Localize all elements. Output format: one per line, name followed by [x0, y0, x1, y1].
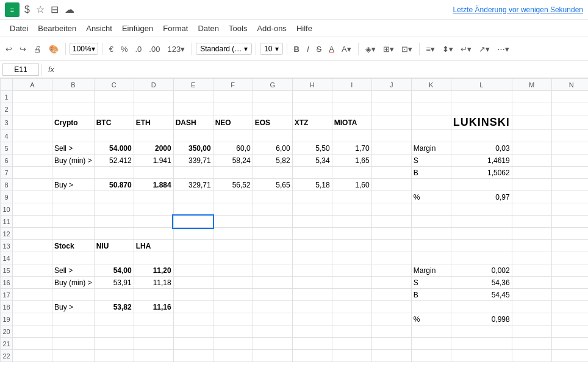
menu-addons[interactable]: Add-ons — [252, 21, 291, 35]
cell-N18[interactable] — [551, 301, 588, 313]
cell-E17[interactable] — [173, 289, 213, 301]
cell-C13[interactable]: NIU — [94, 240, 134, 252]
cell-B8[interactable]: Buy > — [52, 179, 95, 191]
cell-K3[interactable] — [411, 115, 451, 130]
row-num-22[interactable]: 22 — [1, 350, 13, 362]
cell-D12[interactable] — [134, 228, 173, 240]
cell-M11[interactable] — [512, 216, 551, 228]
cell-D19[interactable] — [134, 313, 173, 325]
cell-H7[interactable] — [292, 167, 332, 179]
cell-K22[interactable] — [411, 350, 451, 362]
cell-K4[interactable] — [411, 130, 451, 142]
cell-A8[interactable] — [13, 179, 52, 191]
cell-M19[interactable] — [512, 313, 551, 325]
menu-tools[interactable]: Tools — [224, 21, 252, 35]
cell-D11[interactable] — [134, 216, 173, 228]
cell-L19[interactable]: 0,998 — [451, 313, 512, 325]
cell-J13[interactable] — [371, 240, 411, 252]
cell-M10[interactable] — [512, 203, 551, 216]
row-num-19[interactable]: 19 — [1, 313, 13, 325]
cell-B5[interactable]: Sell > — [52, 142, 95, 154]
cell-N2[interactable] — [551, 103, 588, 115]
cell-I17[interactable] — [332, 289, 371, 301]
cell-G1[interactable] — [253, 91, 292, 103]
menu-hilfe[interactable]: Hilfe — [292, 21, 317, 35]
cell-I18[interactable] — [332, 301, 371, 313]
col-header-g[interactable]: G — [253, 79, 292, 91]
cell-E3[interactable]: DASH — [173, 115, 213, 130]
cell-G12[interactable] — [253, 228, 292, 240]
cell-K1[interactable] — [411, 91, 451, 103]
cell-F20[interactable] — [213, 325, 253, 338]
cell-A14[interactable] — [13, 252, 52, 264]
cell-H2[interactable] — [292, 103, 332, 115]
row-num-6[interactable]: 6 — [1, 154, 13, 167]
cell-N8[interactable] — [551, 179, 588, 191]
cell-I7[interactable] — [332, 167, 371, 179]
cell-B22[interactable] — [52, 350, 95, 362]
cell-N9[interactable] — [551, 191, 588, 203]
col-header-l[interactable]: L — [451, 79, 512, 91]
cell-I11[interactable] — [332, 216, 371, 228]
cell-F14[interactable] — [213, 252, 253, 264]
cell-F2[interactable] — [213, 103, 253, 115]
cell-A12[interactable] — [13, 228, 52, 240]
cell-J14[interactable] — [371, 252, 411, 264]
cell-G13[interactable] — [253, 240, 292, 252]
cell-E9[interactable] — [173, 191, 213, 203]
cell-F4[interactable] — [213, 130, 253, 142]
cell-H8[interactable]: 5,18 — [292, 179, 332, 191]
cell-L12[interactable] — [451, 228, 512, 240]
cell-I21[interactable] — [332, 338, 371, 350]
row-num-2[interactable]: 2 — [1, 103, 13, 115]
col-header-a[interactable]: A — [13, 79, 52, 91]
cell-C8[interactable]: 50.870 — [94, 179, 134, 191]
cell-M16[interactable] — [512, 277, 551, 289]
cell-J15[interactable] — [371, 264, 411, 277]
cell-L4[interactable] — [451, 130, 512, 142]
cell-C3[interactable]: BTC — [94, 115, 134, 130]
cell-D3[interactable]: ETH — [134, 115, 173, 130]
cell-K20[interactable] — [411, 325, 451, 338]
cell-J21[interactable] — [371, 338, 411, 350]
row-num-4[interactable]: 4 — [1, 130, 13, 142]
cell-N5[interactable] — [551, 142, 588, 154]
cell-D9[interactable] — [134, 191, 173, 203]
cell-L9[interactable]: 0,97 — [451, 191, 512, 203]
cell-G14[interactable] — [253, 252, 292, 264]
cell-D8[interactable]: 1.884 — [134, 179, 173, 191]
cell-C21[interactable] — [94, 338, 134, 350]
cell-E16[interactable] — [173, 277, 213, 289]
cell-F21[interactable] — [213, 338, 253, 350]
cell-A21[interactable] — [13, 338, 52, 350]
cell-H4[interactable] — [292, 130, 332, 142]
cell-M5[interactable] — [512, 142, 551, 154]
cell-A13[interactable] — [13, 240, 52, 252]
cell-D10[interactable] — [134, 203, 173, 216]
cell-G5[interactable]: 6,00 — [253, 142, 292, 154]
cell-I5[interactable]: 1,70 — [332, 142, 371, 154]
cell-E10[interactable] — [173, 203, 213, 216]
cell-I22[interactable] — [332, 350, 371, 362]
cell-E6[interactable]: 339,71 — [173, 154, 213, 167]
cloud-icon[interactable]: ☁ — [65, 4, 74, 15]
cell-K13[interactable] — [411, 240, 451, 252]
cell-E4[interactable] — [173, 130, 213, 142]
cell-I4[interactable] — [332, 130, 371, 142]
star-icon[interactable]: ☆ — [36, 4, 45, 15]
cell-H13[interactable] — [292, 240, 332, 252]
cell-M18[interactable] — [512, 301, 551, 313]
cell-K17[interactable]: B — [411, 289, 451, 301]
cell-J7[interactable] — [371, 167, 411, 179]
cell-F22[interactable] — [213, 350, 253, 362]
cell-N21[interactable] — [551, 338, 588, 350]
cell-C2[interactable] — [94, 103, 134, 115]
cell-F19[interactable] — [213, 313, 253, 325]
cell-N13[interactable] — [551, 240, 588, 252]
underline-button[interactable]: A — [326, 42, 337, 56]
cell-M3[interactable] — [512, 115, 551, 130]
cell-D6[interactable]: 1.941 — [134, 154, 173, 167]
cell-I1[interactable] — [332, 91, 371, 103]
cell-D7[interactable] — [134, 167, 173, 179]
cell-K19[interactable]: % — [411, 313, 451, 325]
